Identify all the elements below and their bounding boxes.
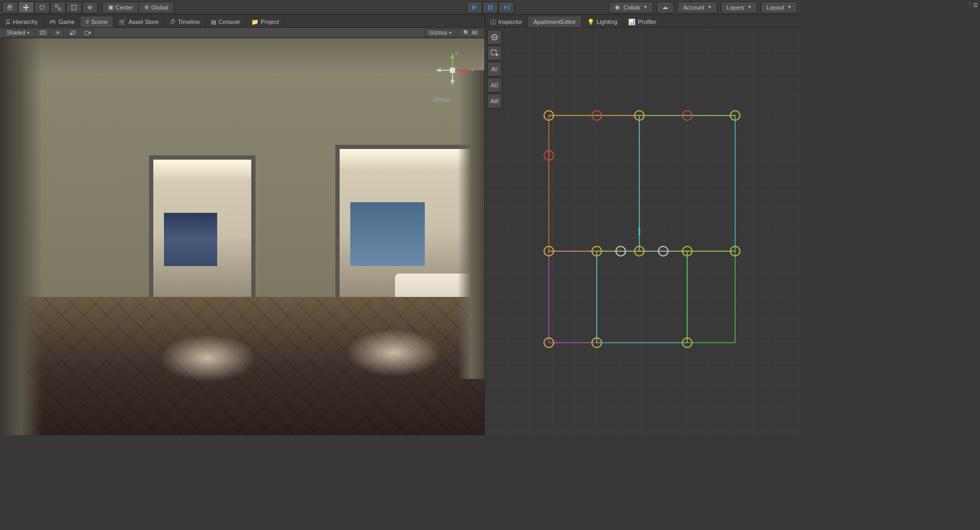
layers-dropdown[interactable]: Layers▼	[721, 2, 757, 13]
console-icon: ▤	[211, 19, 216, 26]
floorplan-diagram[interactable]	[538, 102, 762, 369]
tab-inspector[interactable]: ⓘInspector	[485, 16, 528, 27]
scene-viewport[interactable]: y x ◁Persp	[0, 38, 484, 435]
step-button[interactable]	[498, 2, 514, 13]
gizmos-dropdown[interactable]: Gizmos▾	[424, 29, 456, 37]
chevron-down-icon: ▼	[644, 5, 648, 10]
tab-hierarchy[interactable]: ☰Hierarchy	[0, 16, 44, 27]
chevron-down-icon: ▼	[787, 5, 792, 10]
tab-project[interactable]: 📁Project	[246, 16, 285, 27]
node-corner[interactable]	[591, 246, 602, 256]
layers-label: Layers	[727, 4, 744, 11]
orientation-gizmo[interactable]: y x ◁Persp	[431, 49, 474, 107]
tool-av[interactable]: AV	[487, 62, 502, 77]
game-icon: 🎮	[49, 19, 56, 26]
node-door[interactable]	[615, 246, 626, 256]
project-icon: 📁	[251, 19, 259, 26]
chevron-down-icon: ▼	[747, 5, 752, 10]
toggle-fx[interactable]: ▢▾	[81, 29, 94, 37]
svg-point-6	[71, 9, 72, 10]
move-tool[interactable]	[18, 2, 34, 13]
chevron-down-icon: ▾	[449, 30, 451, 35]
tab-label: Inspector	[498, 19, 522, 25]
tool-add-room[interactable]	[487, 46, 502, 61]
right-panel: ⓘInspector ApartmentEditor 💡Lighting 📊Pr…	[485, 15, 800, 435]
svg-rect-1	[55, 5, 57, 7]
search-scope[interactable]: 🔍All	[458, 29, 482, 37]
scale-tool[interactable]	[50, 2, 66, 13]
tab-label: Project	[261, 19, 279, 25]
svg-point-0	[40, 5, 44, 10]
svg-point-5	[76, 5, 77, 6]
tab-profiler[interactable]: 📊Profiler	[623, 16, 662, 27]
pause-button[interactable]	[482, 2, 498, 13]
node-midpoint[interactable]	[682, 110, 693, 121]
aw-label: AW	[490, 98, 499, 104]
transform-tool[interactable]	[82, 2, 98, 13]
pivot-controls: ▣Center ⊕Global	[102, 2, 174, 13]
node-midpoint[interactable]	[543, 150, 554, 161]
axis-y-label: y	[455, 50, 458, 55]
svg-rect-25	[639, 115, 735, 251]
draw-mode-dropdown[interactable]: Shaded▾	[2, 29, 34, 37]
svg-rect-26	[549, 251, 597, 343]
play-button[interactable]	[466, 2, 482, 13]
collab-dropdown[interactable]: ◉Collab▼	[609, 2, 653, 13]
tab-lighting[interactable]: 💡Lighting	[582, 16, 623, 27]
apartment-editor-canvas[interactable]: AV AD AW	[485, 28, 800, 435]
svg-rect-24	[549, 115, 639, 251]
tool-pointer[interactable]	[487, 30, 502, 45]
cloud-button[interactable]: ☁	[656, 2, 674, 13]
node-corner[interactable]	[730, 246, 740, 256]
chevron-down-icon: ▾	[27, 30, 29, 35]
node-corner[interactable]	[543, 246, 554, 256]
tab-label: Lighting	[597, 19, 617, 25]
node-corner[interactable]	[730, 110, 740, 121]
tab-apartment-editor[interactable]: ApartmentEditor	[528, 16, 581, 27]
node-corner[interactable]	[591, 337, 602, 348]
play-controls	[466, 2, 514, 13]
node-corner[interactable]	[543, 337, 554, 348]
tab-game[interactable]: 🎮Game	[44, 16, 80, 27]
tool-ad[interactable]: AD	[487, 78, 502, 93]
profiler-icon: 📊	[628, 19, 636, 26]
svg-rect-20	[450, 68, 455, 73]
hand-tool[interactable]	[2, 2, 18, 13]
hierarchy-icon: ☰	[5, 19, 11, 26]
node-corner[interactable]	[634, 110, 645, 121]
tab-console[interactable]: ▤Console	[205, 16, 245, 27]
node-corner[interactable]	[682, 246, 693, 256]
tab-label: Hierarchy	[13, 19, 38, 25]
tab-timeline[interactable]: ⏱Timeline	[164, 16, 205, 27]
node-midpoint[interactable]	[591, 110, 602, 121]
tab-scene[interactable]: #Scene	[80, 16, 113, 27]
toggle-lighting[interactable]: ☀	[51, 29, 64, 37]
node-corner[interactable]	[543, 110, 554, 121]
rect-tool[interactable]	[66, 2, 82, 13]
right-toolbar-controls: ◉Collab▼ ☁ Account▼ Layers▼ Layout▼	[609, 2, 797, 13]
node-corner[interactable]	[634, 246, 645, 256]
svg-rect-2	[59, 8, 61, 10]
tool-aw[interactable]: AW	[487, 94, 502, 109]
layout-dropdown[interactable]: Layout▼	[761, 2, 797, 13]
toggle-audio[interactable]: 🔊	[66, 29, 79, 37]
pivot-global-button[interactable]: ⊕Global	[139, 2, 174, 13]
toggle-2d[interactable]: 2D	[36, 29, 49, 37]
tab-asset-store[interactable]: 🛒Asset Store	[113, 16, 164, 27]
right-tab-bar: ⓘInspector ApartmentEditor 💡Lighting 📊Pr…	[485, 15, 800, 28]
pivot-center-button[interactable]: ▣Center	[102, 2, 139, 13]
persp-text: Persp	[435, 97, 449, 103]
node-door[interactable]	[658, 246, 669, 256]
inspector-icon: ⓘ	[490, 18, 496, 26]
perspective-label[interactable]: ◁Persp	[431, 97, 449, 103]
svg-rect-10	[491, 5, 492, 10]
node-corner[interactable]	[682, 337, 693, 348]
svg-rect-27	[597, 251, 687, 343]
tab-label: Timeline	[178, 19, 200, 25]
all-label: All	[472, 30, 477, 36]
rotate-tool[interactable]	[34, 2, 50, 13]
left-panel: ☰Hierarchy 🎮Game #Scene 🛒Asset Store ⏱Ti…	[0, 15, 485, 435]
account-dropdown[interactable]: Account▼	[677, 2, 718, 13]
svg-point-7	[76, 9, 77, 10]
main-toolbar: ▣Center ⊕Global ◉Collab▼ ☁ Account▼ Laye…	[0, 0, 800, 15]
